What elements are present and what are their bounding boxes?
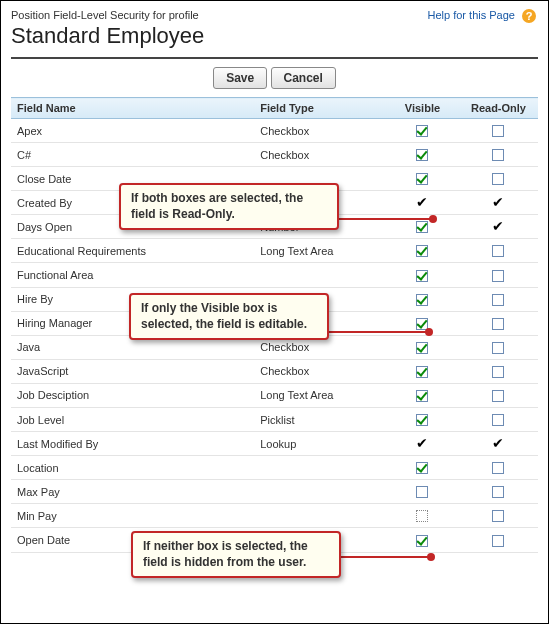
col-header-type: Field Type [254, 98, 386, 119]
visible-checkbox[interactable] [416, 486, 428, 498]
visible-cell [386, 504, 459, 528]
field-name-cell: Functional Area [11, 263, 254, 287]
visible-checkbox[interactable] [416, 390, 428, 402]
table-row: Last Modified ByLookup✔✔ [11, 432, 538, 456]
visible-checkbox[interactable] [416, 270, 428, 282]
field-name-cell: Job Level [11, 408, 254, 432]
field-type-cell: Long Text Area [254, 383, 386, 407]
visible-cell [386, 143, 459, 167]
visible-cell [386, 408, 459, 432]
visible-checkbox[interactable] [416, 414, 428, 426]
table-row: Job DesciptionLong Text Area [11, 383, 538, 407]
callout-pointer-2 [329, 331, 427, 333]
field-type-cell [254, 480, 386, 504]
field-name-cell: Job Desciption [11, 383, 254, 407]
table-row: Job LevelPicklist [11, 408, 538, 432]
table-row: Educational RequirementsLong Text Area [11, 239, 538, 263]
table-row: C#Checkbox [11, 143, 538, 167]
visible-cell [386, 167, 459, 191]
callout-pointer-1 [339, 218, 431, 220]
readonly-cell [459, 143, 538, 167]
visible-checkbox[interactable] [416, 221, 428, 233]
field-name-cell: Location [11, 456, 254, 480]
visible-cell: ✔ [386, 191, 459, 215]
visible-checkbox[interactable] [416, 366, 428, 378]
visible-cell [386, 239, 459, 263]
readonly-locked-check-icon: ✔ [492, 194, 504, 210]
visible-locked-check-icon: ✔ [416, 435, 428, 451]
readonly-cell [459, 239, 538, 263]
visible-checkbox[interactable] [416, 125, 428, 137]
field-type-cell: Checkbox [254, 119, 386, 143]
field-type-cell [254, 263, 386, 287]
table-row: Max Pay [11, 480, 538, 504]
readonly-cell [459, 167, 538, 191]
visible-cell [386, 480, 459, 504]
field-name-cell: Apex [11, 119, 254, 143]
save-button[interactable]: Save [213, 67, 267, 89]
visible-checkbox[interactable] [416, 245, 428, 257]
readonly-checkbox[interactable] [492, 149, 504, 161]
col-header-visible: Visible [386, 98, 459, 119]
readonly-cell [459, 504, 538, 528]
readonly-checkbox[interactable] [492, 318, 504, 330]
visible-checkbox[interactable] [416, 510, 428, 522]
readonly-cell [459, 383, 538, 407]
visible-checkbox[interactable] [416, 462, 428, 474]
readonly-checkbox[interactable] [492, 245, 504, 257]
readonly-cell [459, 456, 538, 480]
readonly-checkbox[interactable] [492, 535, 504, 547]
readonly-checkbox[interactable] [492, 414, 504, 426]
visible-cell [386, 335, 459, 359]
field-type-cell: Lookup [254, 432, 386, 456]
readonly-checkbox[interactable] [492, 125, 504, 137]
readonly-cell [459, 311, 538, 335]
visible-checkbox[interactable] [416, 342, 428, 354]
visible-checkbox[interactable] [416, 173, 428, 185]
readonly-locked-check-icon: ✔ [492, 435, 504, 451]
callout-readonly: If both boxes are selected, the field is… [119, 183, 339, 230]
readonly-checkbox[interactable] [492, 462, 504, 474]
field-name-cell: JavaScript [11, 359, 254, 383]
readonly-cell [459, 359, 538, 383]
callout-pointer-3 [341, 556, 429, 558]
field-name-cell: Last Modified By [11, 432, 254, 456]
button-row: Save Cancel [11, 67, 538, 89]
readonly-checkbox[interactable] [492, 173, 504, 185]
readonly-locked-check-icon: ✔ [492, 218, 504, 234]
visible-cell [386, 263, 459, 287]
readonly-checkbox[interactable] [492, 486, 504, 498]
col-header-readonly: Read-Only [459, 98, 538, 119]
readonly-cell: ✔ [459, 215, 538, 239]
cancel-button[interactable]: Cancel [271, 67, 336, 89]
visible-cell: ✔ [386, 432, 459, 456]
visible-checkbox[interactable] [416, 149, 428, 161]
callout-hidden: If neither box is selected, the field is… [131, 531, 341, 578]
field-name-cell: Min Pay [11, 504, 254, 528]
readonly-cell: ✔ [459, 432, 538, 456]
field-name-cell: C# [11, 143, 254, 167]
readonly-checkbox[interactable] [492, 510, 504, 522]
readonly-checkbox[interactable] [492, 390, 504, 402]
readonly-cell: ✔ [459, 191, 538, 215]
visible-cell [386, 383, 459, 407]
help-text: Help for this Page [428, 9, 515, 21]
visible-checkbox[interactable] [416, 535, 428, 547]
visible-checkbox[interactable] [416, 294, 428, 306]
table-row: JavaScriptCheckbox [11, 359, 538, 383]
table-header-row: Field Name Field Type Visible Read-Only [11, 98, 538, 119]
readonly-cell [459, 335, 538, 359]
readonly-checkbox[interactable] [492, 294, 504, 306]
callout-editable: If only the Visible box is selected, the… [129, 293, 329, 340]
readonly-checkbox[interactable] [492, 342, 504, 354]
divider [11, 57, 538, 59]
readonly-cell [459, 287, 538, 311]
readonly-checkbox[interactable] [492, 366, 504, 378]
help-link[interactable]: Help for this Page ? [428, 9, 537, 23]
col-header-name: Field Name [11, 98, 254, 119]
field-name-cell: Max Pay [11, 480, 254, 504]
page-title: Standard Employee [11, 23, 538, 49]
visible-cell [386, 287, 459, 311]
readonly-checkbox[interactable] [492, 270, 504, 282]
table-row: Location [11, 456, 538, 480]
